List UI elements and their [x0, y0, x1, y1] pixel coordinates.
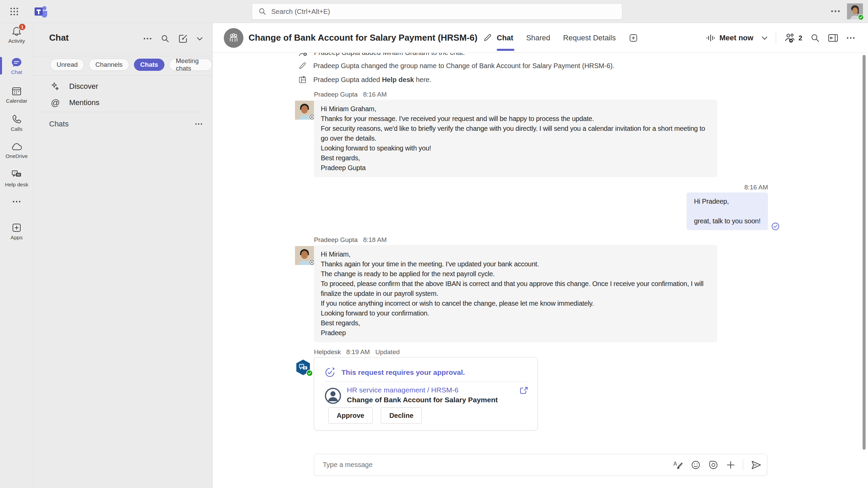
divider [33, 56, 212, 56]
delivered-check-icon [771, 222, 780, 231]
filter-channels[interactable]: Channels [89, 59, 129, 71]
rail-more-icon[interactable] [0, 200, 33, 203]
meet-now-chevron-icon[interactable] [762, 36, 768, 40]
divider [776, 32, 776, 44]
helpdesk-bot-avatar[interactable]: ? [295, 359, 312, 376]
filter-unread[interactable]: Unread [50, 59, 84, 71]
new-chat-icon[interactable] [178, 34, 188, 43]
author-name: Pradeep Gupta [314, 236, 358, 244]
chat-more-icon[interactable] [846, 37, 855, 39]
message-meta: Pradeep Gupta 8:16 AM [314, 91, 387, 98]
tab-request-details[interactable]: Request Details [563, 34, 616, 42]
phone-icon [11, 114, 22, 125]
verified-check-icon [306, 370, 313, 377]
loop-icon[interactable] [708, 460, 718, 470]
external-link-icon[interactable] [519, 386, 529, 395]
send-icon[interactable] [751, 460, 762, 470]
search-input[interactable] [271, 8, 616, 16]
edit-title-pencil-icon[interactable] [483, 33, 492, 42]
decline-button[interactable]: Decline [381, 407, 422, 424]
app-rail: 1 Activity Chat Calendar [0, 23, 33, 488]
mentions-item[interactable]: @ Mentions [33, 95, 212, 110]
message-input[interactable] [323, 461, 673, 469]
rail-item-helpdesk[interactable]: ? Help desk [0, 169, 33, 188]
add-people-button[interactable]: 2 [784, 33, 802, 43]
cloud-icon [11, 142, 23, 152]
chat-search-icon[interactable] [810, 33, 820, 43]
request-link[interactable]: HR service management / HRSM-6 [347, 386, 458, 394]
chat-main: Change of Bank Account for Salary Paymen… [213, 23, 868, 488]
system-message-added-user: Pradeep Gupta added Miriam Graham to the… [298, 53, 465, 57]
message-time: 8:16 AM [363, 91, 387, 98]
chat-header: Change of Bank Account for Salary Paymen… [213, 23, 868, 53]
conversation-title: Change of Bank Account for Salary Paymen… [249, 33, 477, 43]
chat-bubble-icon [11, 57, 22, 68]
format-icon[interactable]: A [673, 460, 683, 470]
sender-avatar[interactable] [295, 101, 314, 120]
waffle-icon[interactable] [9, 7, 19, 16]
pencil-icon [298, 62, 307, 70]
calendar-icon [11, 86, 22, 97]
approve-button[interactable]: Approve [328, 407, 373, 424]
message-time: 8:19 AM [346, 348, 370, 356]
global-search [252, 3, 622, 20]
rail-item-calendar[interactable]: Calendar [0, 86, 33, 104]
rail-item-onedrive[interactable]: OneDrive [0, 142, 33, 159]
add-tab-icon[interactable] [629, 33, 638, 43]
teams-logo-icon [33, 4, 49, 19]
author-name: Helpdesk [314, 348, 341, 356]
app-added-icon [298, 76, 307, 84]
open-panel-icon[interactable] [828, 34, 838, 42]
rail-item-chat[interactable]: Chat [0, 57, 33, 75]
panel-search-icon[interactable] [161, 34, 170, 43]
scrollbar-thumb[interactable] [863, 55, 866, 450]
participant-count: 2 [798, 34, 802, 42]
approval-card: This request requires your approval. HR … [314, 357, 538, 430]
svg-text:?: ? [14, 171, 16, 175]
topbar-more-icon[interactable] [828, 7, 843, 15]
active-tab-indicator [497, 49, 514, 51]
attach-plus-icon[interactable] [726, 460, 735, 470]
chats-section-label: Chats [49, 120, 68, 128]
at-icon: @ [51, 98, 60, 108]
message-list: Pradeep Gupta added Miriam Graham to the… [213, 53, 868, 488]
rail-item-apps[interactable]: Apps [0, 222, 33, 241]
filter-meeting-chats[interactable]: Meeting chats [169, 59, 212, 71]
system-message-app-added: Pradeep Gupta added Help desk here. [298, 76, 431, 84]
chat-list-panel: Chat Unread Channels Chats Meeting chats [33, 23, 213, 488]
helpdesk-icon: ? [11, 169, 23, 180]
panel-title: Chat [49, 33, 69, 43]
available-status-icon [858, 14, 864, 20]
group-avatar[interactable] [224, 28, 243, 48]
message-status: Updated [375, 348, 400, 356]
filter-chats[interactable]: Chats [134, 59, 165, 71]
rail-item-activity[interactable]: 1 Activity [0, 26, 33, 44]
search-icon [258, 7, 267, 16]
apps-plus-icon [11, 222, 22, 233]
divider [743, 459, 743, 471]
meet-now-button[interactable]: Meet now [706, 33, 753, 43]
svg-text:A: A [673, 461, 677, 467]
user-avatar[interactable] [847, 3, 863, 19]
outgoing-message: Hi Pradeep, great, talk to you soon! [687, 192, 768, 230]
svg-text:?: ? [301, 365, 302, 368]
rail-item-calls[interactable]: Calls [0, 114, 33, 132]
chats-section-more-icon[interactable] [195, 123, 203, 125]
activity-badge: 1 [18, 23, 26, 31]
divider [41, 112, 204, 112]
app-name: Help desk [382, 76, 414, 83]
approval-sync-check-icon [324, 367, 335, 378]
app-top-bar [0, 0, 868, 23]
person-add-icon [298, 53, 307, 57]
panel-more-icon[interactable] [143, 37, 152, 40]
tab-chat[interactable]: Chat [497, 34, 513, 42]
new-chat-chevron-icon[interactable] [197, 37, 203, 41]
emoji-icon[interactable] [691, 460, 701, 470]
chat-filters: Unread Channels Chats Meeting chats [50, 59, 212, 71]
sparkle-icon [51, 82, 60, 91]
tab-shared[interactable]: Shared [526, 34, 550, 42]
sender-avatar[interactable] [295, 246, 314, 265]
message-meta: Pradeep Gupta 8:18 AM [314, 236, 387, 244]
request-subject: Change of Bank Account for Salary Paymen… [347, 396, 498, 404]
discover-item[interactable]: Discover [33, 79, 212, 94]
